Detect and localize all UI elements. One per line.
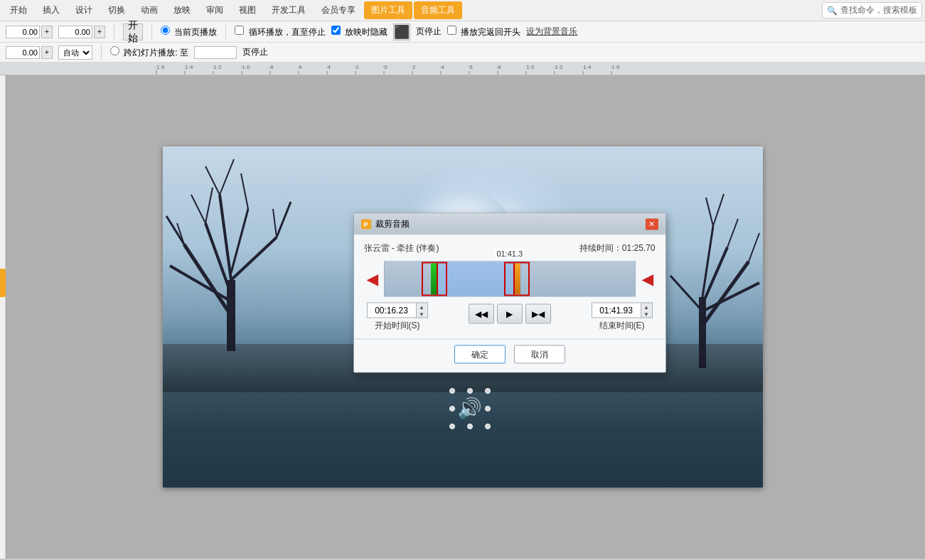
play-forward-btn[interactable]: ▶◀ (525, 303, 551, 323)
search-area[interactable]: 🔍 查找命令，搜索模板 (822, 2, 922, 18)
start-time-down[interactable]: ▼ (417, 311, 427, 318)
waveform-area[interactable]: 01:41.3 (384, 262, 636, 297)
speaker-selected[interactable]: 🔊 (452, 391, 488, 426)
svg-line-45 (205, 188, 213, 223)
page-stop-icon[interactable]: ⬛ (393, 23, 410, 41)
menu-switch[interactable]: 切换 (101, 1, 132, 19)
svg-text:·6: ·6 (297, 64, 302, 70)
menu-audio-tool[interactable]: 音频工具 (414, 1, 462, 19)
crop-audio-dialog: P 裁剪音频 ✕ 张云雷 - 牵挂 (伴奏) 持续时间：01:25.70 ◀ ◀ (353, 213, 666, 373)
svg-line-57 (749, 233, 759, 262)
svg-text:·1·4: ·1·4 (183, 64, 193, 70)
separator-2 (151, 25, 152, 39)
svg-line-52 (702, 262, 749, 325)
dialog-close-button[interactable]: ✕ (646, 218, 658, 230)
input-3-add[interactable]: + (41, 46, 53, 59)
svg-text:·1·2: ·1·2 (553, 64, 563, 70)
separator-1 (114, 25, 114, 39)
end-time-input-row: ▲ ▼ (592, 303, 653, 318)
bg-music-btn[interactable]: 设为背景音乐 (526, 26, 577, 38)
start-button[interactable]: 开始 (123, 23, 143, 41)
end-time-down[interactable]: ▼ (641, 311, 652, 318)
arrow-left-icon: ◀ (367, 271, 378, 288)
cancel-button[interactable]: 取消 (514, 345, 565, 364)
checkbox-loop-label[interactable]: 循环播放，直至停止 (235, 26, 325, 38)
checkbox-replay-text: 播放完返回开头 (461, 27, 520, 37)
end-time-label: 结束时间(E) (599, 320, 645, 332)
dialog-footer: 确定 取消 (354, 339, 665, 372)
play-back-btn[interactable]: ◀◀ (469, 303, 494, 323)
svg-line-50 (273, 209, 277, 237)
checkbox-hide-label[interactable]: 放映时隐藏 (331, 26, 387, 38)
input-group-3: + (6, 46, 53, 59)
checkbox-hide-text: 放映时隐藏 (345, 27, 387, 37)
radio-cross-label[interactable]: 跨幻灯片播放: 至 (110, 46, 188, 59)
checkbox-hide[interactable] (331, 26, 341, 35)
svg-text:·8: ·8 (496, 64, 501, 70)
svg-line-56 (670, 276, 702, 311)
speaker-icon: 🔊 (452, 391, 488, 426)
svg-line-40 (231, 209, 248, 273)
svg-text:·2: ·2 (354, 64, 359, 70)
start-marker-inner (431, 264, 438, 295)
left-sidebar (0, 75, 6, 559)
checkbox-loop[interactable] (235, 26, 244, 35)
start-time-input-row: ▲ ▼ (367, 303, 428, 318)
svg-line-49 (277, 202, 291, 237)
song-info: 张云雷 - 牵挂 (伴奏) (364, 242, 439, 254)
start-time-input[interactable] (367, 303, 417, 318)
menu-review[interactable]: 审阅 (199, 1, 230, 19)
end-time-input[interactable] (592, 303, 641, 318)
start-time-up[interactable]: ▲ (417, 303, 427, 311)
menu-dev[interactable]: 开发工具 (264, 1, 313, 19)
ruler-svg: ·1·6 ·1·4 ·1·2 ·1·0 ·8 ·6 ·4 ·2 ·0 ·2 ·4… (0, 63, 925, 75)
dialog-title-icon: P (361, 219, 371, 229)
menu-design[interactable]: 设计 (68, 1, 100, 19)
svg-text:·4: ·4 (439, 64, 444, 70)
playback-controls: ◀◀ ▶ ▶◀ (469, 303, 551, 323)
auto-select[interactable]: 自动 (58, 45, 92, 60)
menu-insert[interactable]: 插入 (36, 1, 67, 19)
cross-slide-input[interactable] (194, 46, 237, 59)
svg-text:·1·2: ·1·2 (212, 64, 222, 70)
toolbar-row2: + 自动 跨幻灯片播放: 至 页停止 (0, 43, 925, 63)
menu-pic-tool[interactable]: 图片工具 (364, 1, 412, 19)
input-3[interactable] (6, 46, 40, 59)
position-y-add[interactable]: + (94, 26, 105, 38)
menu-animate[interactable]: 动画 (134, 1, 165, 19)
end-time-up[interactable]: ▲ (641, 303, 652, 311)
menu-play[interactable]: 放映 (166, 1, 198, 19)
menu-view[interactable]: 视图 (232, 1, 263, 19)
end-marker[interactable] (504, 262, 530, 296)
tree-right (649, 169, 763, 368)
position-x-add[interactable]: + (41, 26, 53, 38)
svg-line-60 (713, 194, 724, 226)
radio-current[interactable] (161, 26, 170, 35)
start-marker[interactable] (422, 262, 447, 296)
svg-text:·1·4: ·1·4 (582, 64, 592, 70)
page-stop-label: 页停止 (242, 46, 268, 58)
radio-cross[interactable] (110, 46, 119, 55)
position-x-input[interactable] (6, 26, 40, 38)
play-btn[interactable]: ▶ (497, 303, 523, 323)
position-y-input[interactable] (58, 26, 92, 38)
confirm-button[interactable]: 确定 (454, 345, 506, 364)
radio-current-label[interactable]: 当前页播放 (161, 26, 217, 38)
svg-text:·2: ·2 (411, 64, 416, 70)
svg-text:·1·0: ·1·0 (240, 64, 250, 70)
dialog-title-left: P 裁剪音频 (361, 218, 410, 230)
menu-vip[interactable]: 会员专享 (314, 1, 363, 19)
svg-rect-0 (0, 63, 925, 75)
menu-start[interactable]: 开始 (3, 1, 34, 19)
speaker-container[interactable]: 🔊 (452, 391, 488, 426)
checkbox-replay-label[interactable]: 播放完返回开头 (447, 26, 520, 38)
end-time-spin: ▲ ▼ (641, 303, 653, 318)
svg-line-36 (184, 244, 231, 316)
svg-text:·8: ·8 (269, 64, 274, 70)
sidebar-tab[interactable] (0, 269, 6, 297)
svg-line-42 (166, 216, 184, 244)
end-marker-inner (513, 264, 520, 295)
checkbox-replay[interactable] (447, 26, 456, 35)
input-group-1: + (6, 26, 53, 38)
ruler: ·1·6 ·1·4 ·1·2 ·1·0 ·8 ·6 ·4 ·2 ·0 ·2 ·4… (0, 63, 925, 75)
